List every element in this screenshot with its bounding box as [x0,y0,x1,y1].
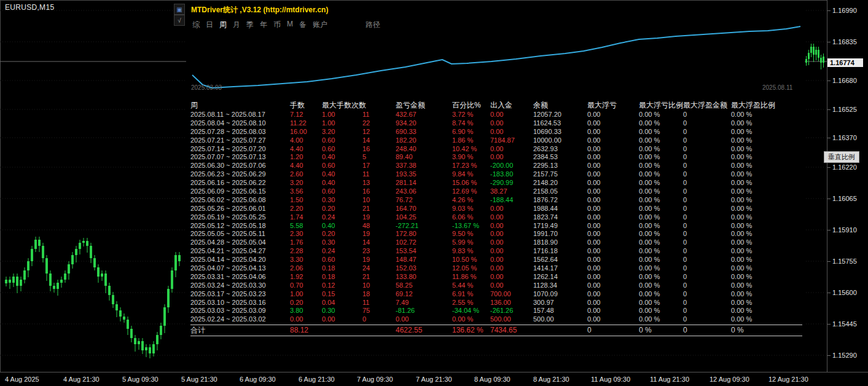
cell-maxlot: 0.60 [322,145,362,154]
cell-cash: 0.00 [490,119,533,128]
cell-pct: 8.74 % [452,119,490,128]
menu-item[interactable]: 季 [246,20,254,30]
time-tick-label: 5 Aug 09:30 [122,376,158,383]
price-tick-label: 1.16065 [832,195,857,202]
cell-max-float-profit-pct: 0.00 % [731,179,776,187]
cell-pct: 9.83 % [452,247,490,256]
cell-max-float-loss: 0.00 [587,145,639,154]
cell-max-float-profit-pct: 0.00 % [731,196,776,205]
cell-max-float-loss: 0.00 [587,136,639,145]
cell-max-float-loss-pct: 0.00 % [639,128,683,136]
cell-max-float-loss-pct: 0.00 % [639,145,683,154]
cell-maxlot: 0.30 [322,307,362,315]
cell-pl: 148.47 [396,256,452,264]
cell-max-float-profit-pct: 0.00 % [731,145,776,154]
cell-pct: 9.84 % [452,170,490,179]
cell-maxlot: 0.60 [322,256,362,264]
cell-week: 2025.06.30 ~ 2025.07.06 [190,162,290,170]
cell-week: 2025.02.24 ~ 2025.03.02 [190,315,290,324]
cell-week: 2025.03.31 ~ 2025.04.06 [190,273,290,282]
cell-max-float-profit-pct: 0.00 % [731,119,776,128]
cell-week: 2025.04.28 ~ 2025.05.04 [190,238,290,247]
cell-count: 14 [362,136,396,145]
price-tick-label: 1.16370 [832,134,857,141]
chart-object-button[interactable]: ▣ [174,4,185,15]
cell-max-float-profit-pct: 0.00 % [731,213,776,222]
cell-cash: 500.00 [490,315,533,324]
cell-week: 2025.03.03 ~ 2025.03.09 [190,307,290,315]
cell-lots: 2.20 [290,205,322,213]
cell-pl: 934.20 [396,119,452,128]
weekly-stats-table: 周 手数 最大手数次数 盈亏金额 百分比% 出入金 余额 最大浮亏 最大浮亏比例… [190,100,802,336]
cell-pl: 76.72 [396,196,452,205]
time-axis[interactable]: 4 Aug 2025 4 Aug 21:30 5 Aug 09:30 5 Aug… [0,372,868,386]
cell-cash: 0.00 [490,256,533,264]
menu-item[interactable]: 备 [299,20,307,30]
cell-cash: -200.00 [490,162,533,170]
cell-lots: 2.06 [290,264,322,273]
cell-pl: 69.12 [396,290,452,299]
cell-count: 10 [362,196,396,205]
cell-pl: 102.72 [396,238,452,247]
menu-item[interactable]: 日 [206,20,213,30]
menu-item[interactable]: 月 [233,20,240,30]
cell-pl: 243.06 [396,187,452,196]
cell-max-float-loss: 0.00 [587,315,639,324]
menu-item[interactable]: 账户 [313,20,327,30]
col-week: 周 [190,100,290,111]
cell-cash: 38.27 [490,187,533,196]
cell-maxlot: 0.40 [322,170,362,179]
cell-pct: 11.86 % [452,273,490,282]
cell-lots: 11.22 [290,119,322,128]
cell-max-float-loss-pct: 0.00 % [639,213,683,222]
table-row: 2025.03.31 ~ 2025.04.06 1.92 0.18 21 133… [190,273,802,282]
cell-balance: 1262.14 [533,273,587,282]
menu-item[interactable]: 币 [273,20,281,30]
mtdriver-stats-panel: MTDriver统计 ,V3.12 (http://mtdriver.cn) 综… [186,4,805,336]
cell-max-float-loss: 0.00 [587,282,639,290]
cell-max-float-profit-pct: 0.00 % [731,230,776,238]
cell-balance: 1070.09 [533,290,587,299]
menu-item[interactable]: 年 [260,20,267,30]
cell-max-float-profit: 0 [683,307,731,315]
table-row: 2025.06.02 ~ 2025.06.08 1.50 0.30 10 76.… [190,196,802,205]
cell-pl: 153.54 [396,247,452,256]
cell-max-float-profit-pct: 0.00 % [731,238,776,247]
cell-max-float-profit: 0 [683,299,731,307]
cell-count: 24 [362,264,396,273]
menu-item[interactable]: 周 [219,20,227,30]
cell-pct: 9.03 % [452,205,490,213]
script-check-button[interactable]: √ [174,15,185,26]
cell-max-float-loss-pct: 0.00 % [639,256,683,264]
cell-balance: 2295.13 [533,162,587,170]
menu-item[interactable]: 综 [192,20,200,30]
cell-maxlot: 0.40 [322,179,362,187]
cell-lots: 1.74 [290,213,322,222]
cell-max-float-profit: 0 [683,187,731,196]
cell-max-float-loss: 0.00 [587,213,639,222]
cell-maxlot: 0.60 [322,187,362,196]
cell-week: 2025.06.09 ~ 2025.06.15 [190,187,290,196]
time-tick-label: 7 Aug 21:30 [416,376,452,383]
cell-maxlot: 0.40 [322,222,362,230]
cell-cash: 0.00 [490,273,533,282]
cell-balance: 10690.33 [533,128,587,136]
cell-cash: -261.26 [490,307,533,315]
cell-lots: 1.76 [290,238,322,247]
panel-menu: 综 日 周 月 季 年 币 M 备 账户 路径 [192,20,380,30]
cell-balance: 2632.93 [533,145,587,154]
cell-max-float-profit: 0 [683,153,731,162]
menu-item[interactable]: 路径 [366,20,380,30]
cell-pl: 281.14 [396,179,452,187]
footer-max-float-profit: 0 [683,325,731,336]
cell-pct: 10.42 % [452,145,490,154]
cell-balance: 2148.20 [533,179,587,187]
cell-lots: 3.80 [290,307,322,315]
cell-count: 19 [362,213,396,222]
cell-max-float-loss: 0.00 [587,128,639,136]
cell-cash: -290.99 [490,179,533,187]
menu-item[interactable]: M [287,20,293,30]
cell-pl: 690.33 [396,128,452,136]
cell-week: 2025.04.21 ~ 2025.04.27 [190,247,290,256]
price-axis[interactable]: 1.16990 1.16835 1.16680 1.16525 1.16370 … [827,0,868,372]
